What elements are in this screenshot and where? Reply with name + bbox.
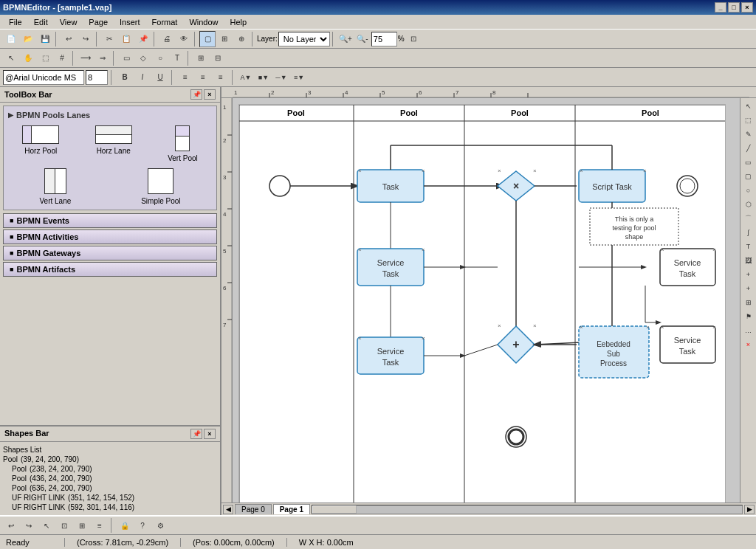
- bt-info[interactable]: ?: [134, 517, 151, 534]
- zoom-in-button[interactable]: 🔍+: [337, 31, 354, 47]
- font-size-input[interactable]: [86, 70, 108, 85]
- shapes-pin-button[interactable]: 📌: [190, 429, 202, 439]
- menu-edit[interactable]: Edit: [28, 16, 54, 28]
- rt-ellipse[interactable]: ○: [742, 184, 755, 197]
- zoom-input[interactable]: [371, 32, 397, 46]
- rt-link[interactable]: ⊞: [742, 296, 755, 309]
- print-button[interactable]: 🖨: [159, 31, 175, 47]
- rt-select[interactable]: ↖: [742, 100, 755, 113]
- rt-rounded[interactable]: ▢: [742, 170, 755, 183]
- simple-pool-item[interactable]: Simple Pool: [141, 168, 180, 205]
- line-color-button[interactable]: ─▼: [273, 69, 289, 86]
- tb2-shape3[interactable]: ○: [152, 50, 168, 66]
- page-tab-0[interactable]: Page 0: [235, 504, 272, 514]
- bt-group[interactable]: ⊞: [74, 517, 90, 534]
- line-style-button[interactable]: ≡▼: [291, 69, 307, 86]
- font-family-input[interactable]: [3, 70, 84, 85]
- bt-sel[interactable]: ↖: [38, 517, 55, 534]
- save-button[interactable]: 💾: [37, 31, 53, 47]
- tb2-shape2[interactable]: ◇: [135, 50, 151, 66]
- zoom-fit-button[interactable]: ⊡: [405, 31, 422, 47]
- close-button[interactable]: ×: [741, 2, 753, 13]
- paste-button[interactable]: 📌: [135, 31, 151, 47]
- new-button[interactable]: 📄: [3, 31, 19, 47]
- menu-file[interactable]: File: [3, 16, 28, 28]
- rt-lasso[interactable]: ⬚: [742, 114, 755, 127]
- rt-bezier[interactable]: ∫: [742, 226, 755, 239]
- h-scrollbar-track[interactable]: [312, 505, 743, 514]
- rt-poly[interactable]: ⬡: [742, 198, 755, 211]
- zoom-out-button[interactable]: 🔍-: [354, 31, 371, 47]
- snap-button[interactable]: ⊕: [233, 31, 250, 47]
- canvas-scroll[interactable]: Pool Pool Pool Pool: [233, 98, 740, 503]
- minimize-button[interactable]: _: [715, 2, 726, 13]
- maximize-button[interactable]: □: [728, 2, 740, 13]
- rt-image[interactable]: 🖼: [742, 254, 755, 267]
- grid-button[interactable]: ⊞: [216, 31, 233, 47]
- redo-button[interactable]: ↪: [78, 31, 94, 47]
- scroll-left-button[interactable]: ◀: [223, 505, 233, 514]
- rt-text[interactable]: T: [742, 240, 755, 253]
- rt-more[interactable]: …: [742, 324, 755, 337]
- accordion-activities-header[interactable]: ■ BPMN Activities: [4, 230, 216, 244]
- h-scrollbar[interactable]: ◀ Page 0 Page 1 ▶: [221, 503, 756, 515]
- rt-zoom-in[interactable]: +: [742, 282, 755, 295]
- rt-pencil[interactable]: ✎: [742, 128, 755, 141]
- bt-redo[interactable]: ↪: [21, 517, 37, 534]
- horz-pool-item[interactable]: Horz Pool: [22, 125, 59, 162]
- menu-format[interactable]: Format: [146, 16, 184, 28]
- underline-button[interactable]: U: [152, 69, 168, 86]
- preview-button[interactable]: 👁: [176, 31, 192, 47]
- copy-button[interactable]: 📋: [118, 31, 134, 47]
- rt-flag[interactable]: ⚑: [742, 310, 755, 323]
- toolbox-pin-button[interactable]: 📌: [190, 89, 202, 100]
- open-button[interactable]: 📂: [20, 31, 36, 47]
- h-scrollbar-thumb[interactable]: [312, 505, 357, 514]
- undo-button[interactable]: ↩: [61, 31, 77, 47]
- tb2-group[interactable]: ⊞: [193, 50, 209, 66]
- tb2-hand[interactable]: ✋: [20, 50, 36, 66]
- scroll-right-button[interactable]: ▶: [744, 505, 755, 514]
- tb2-shape1[interactable]: ▭: [118, 50, 134, 66]
- font-color-button[interactable]: A▼: [238, 69, 254, 86]
- accordion-artifacts-header[interactable]: ■ BPMN Artifacts: [4, 263, 216, 276]
- cut-button[interactable]: ✂: [101, 31, 117, 47]
- tb2-ungroup[interactable]: ⊟: [210, 50, 226, 66]
- rt-rect[interactable]: ▭: [742, 156, 755, 169]
- tb2-select[interactable]: ↖: [3, 50, 19, 66]
- tb2-link[interactable]: ⟶: [78, 50, 94, 66]
- align-left-button[interactable]: ≡: [177, 69, 193, 86]
- rt-line[interactable]: ╱: [742, 142, 755, 155]
- bold-button[interactable]: B: [117, 69, 133, 86]
- page-tab-1[interactable]: Page 1: [273, 504, 310, 514]
- accordion-gateways-header[interactable]: ■ BPMN Gateways: [4, 246, 216, 260]
- shapes-close-button[interactable]: ×: [204, 429, 216, 439]
- fill-color-button[interactable]: ■▼: [255, 69, 272, 86]
- italic-button[interactable]: I: [134, 69, 151, 86]
- layer-dropdown[interactable]: No Layer: [278, 32, 330, 46]
- bt-align[interactable]: ≡: [92, 517, 108, 534]
- tb2-link2[interactable]: ⇒: [94, 50, 111, 66]
- menu-insert[interactable]: Insert: [114, 16, 146, 28]
- bt-lock[interactable]: 🔒: [117, 517, 133, 534]
- tb2-grid2[interactable]: #: [54, 50, 70, 66]
- accordion-events-header[interactable]: ■ BPMN Events: [4, 214, 216, 227]
- rt-x[interactable]: ×: [742, 338, 755, 351]
- menu-page[interactable]: Page: [83, 16, 114, 28]
- bt-zoom-fit[interactable]: ⊡: [56, 517, 72, 534]
- toolbox-close-button[interactable]: ×: [204, 89, 216, 100]
- tb2-text[interactable]: T: [169, 50, 185, 66]
- select-button[interactable]: ▢: [199, 31, 216, 47]
- menu-view[interactable]: View: [54, 16, 83, 28]
- bt-undo[interactable]: ↩: [3, 517, 19, 534]
- bt-settings[interactable]: ⚙: [152, 517, 168, 534]
- vert-lane-item[interactable]: Vert Lane: [39, 168, 71, 205]
- tb2-zoom[interactable]: ⬚: [37, 50, 53, 66]
- rt-arc[interactable]: ⌒: [742, 212, 755, 225]
- rt-plus[interactable]: +: [742, 268, 755, 281]
- vert-pool-item[interactable]: Vert Pool: [168, 125, 198, 162]
- horz-lane-item[interactable]: Horz Lane: [95, 125, 132, 162]
- align-center-button[interactable]: ≡: [195, 69, 211, 86]
- menu-window[interactable]: Window: [183, 16, 224, 28]
- align-right-button[interactable]: ≡: [213, 69, 229, 86]
